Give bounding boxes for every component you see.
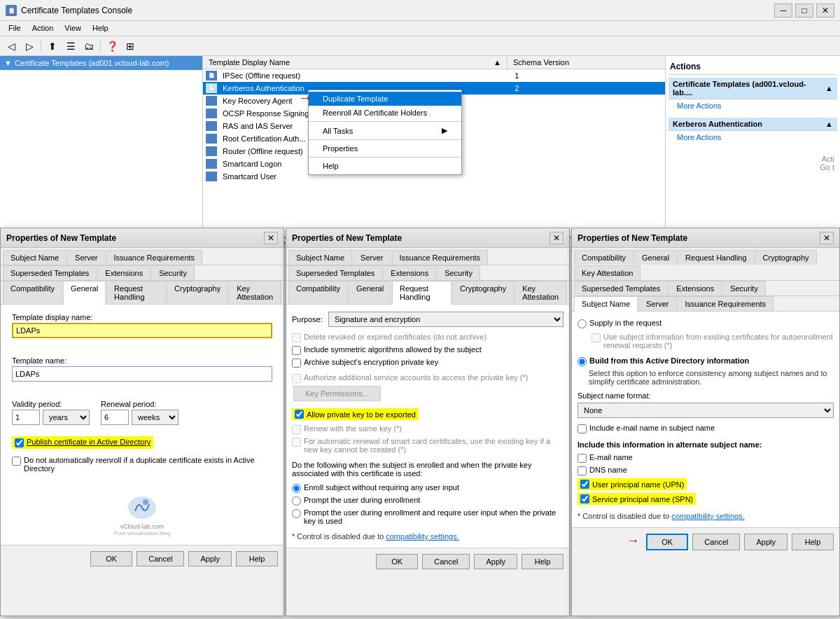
toolbar-forward[interactable]: ▷ (21, 39, 38, 54)
dialog2-close-button[interactable]: ✕ (550, 232, 564, 244)
dialog3-tab-issuance[interactable]: Issuance Requirements (678, 296, 774, 311)
dialog1-ok-button[interactable]: OK (90, 551, 132, 566)
dialog1-tab-server[interactable]: Server (67, 250, 105, 265)
toolbar-show-hide[interactable]: ☰ (62, 39, 79, 54)
menu-view[interactable]: View (59, 22, 87, 34)
dialog2-tab-compatibility[interactable]: Compatibility (288, 281, 348, 304)
renewal-unit-select[interactable]: weeks months (132, 410, 178, 425)
toolbar-extra[interactable]: ⊞ (122, 39, 139, 54)
toolbar-back[interactable]: ◁ (3, 39, 20, 54)
renewal-num-input[interactable] (101, 410, 129, 425)
dialog3-tab-compat[interactable]: Compatibility (574, 250, 634, 265)
dialog1-tab-superseded[interactable]: Superseded Templates (3, 265, 97, 280)
publish-check-label[interactable]: Publish certificate in Active Directory (12, 436, 153, 449)
dialog3-tab-server[interactable]: Server (638, 296, 676, 311)
dialog3-ok-button[interactable]: OK (646, 534, 688, 550)
action-more-actions-2[interactable]: More Actions (668, 131, 837, 144)
close-button[interactable]: ✕ (816, 4, 834, 18)
enroll-opt2-radio[interactable] (292, 496, 301, 506)
dialog2-tab-subject-name[interactable]: Subject Name (288, 250, 352, 265)
ctx-properties[interactable]: Properties (309, 141, 461, 155)
menu-action[interactable]: Action (27, 22, 59, 34)
ctx-all-tasks[interactable]: All Tasks ▶ (309, 123, 461, 138)
dialog3-apply-button[interactable]: Apply (744, 534, 788, 550)
dialog3-tab-request[interactable]: Request Handling (678, 250, 754, 265)
dialog3-tab-subject-name[interactable]: Subject Name (574, 296, 638, 312)
dialog1-tab-request[interactable]: Request Handling (106, 281, 166, 304)
dialog2-help-button[interactable]: Help (522, 554, 564, 569)
dialog2-compat-link[interactable]: compatibility settings. (386, 532, 459, 541)
ctx-duplicate-template[interactable]: Duplicate Template (309, 92, 461, 106)
dialog3-cancel-button[interactable]: Cancel (692, 534, 740, 550)
include-email-subject-checkbox[interactable] (578, 424, 587, 433)
dialog3-help-button[interactable]: Help (792, 534, 834, 550)
include-symmetric-checkbox[interactable] (292, 346, 301, 355)
validity-num-input[interactable] (12, 410, 40, 425)
enroll-opt3-radio[interactable] (292, 509, 301, 518)
dialog2-tab-extensions[interactable]: Extensions (383, 265, 436, 280)
menu-file[interactable]: File (3, 22, 27, 34)
publish-checkbox[interactable] (15, 438, 24, 447)
upn-checkbox[interactable] (580, 480, 589, 489)
dialog1-help-button[interactable]: Help (236, 551, 278, 566)
dialog1-close-button[interactable]: ✕ (264, 232, 278, 244)
email-name-checkbox[interactable] (578, 454, 587, 463)
template-row-ipsec[interactable]: 📄 IPSec (Offline request) 1 (203, 69, 665, 82)
dialog2-tab-key-attestation[interactable]: Key Attestation (514, 281, 567, 304)
dialog3-close-button[interactable]: ✕ (820, 232, 834, 244)
dialog1-tab-key-attestation[interactable]: Key Attestation (229, 281, 281, 304)
dialog3-tab-superseded[interactable]: Superseded Templates (574, 281, 668, 295)
dialog2-tab-superseded[interactable]: Superseded Templates (288, 265, 382, 280)
dialog2-ok-button[interactable]: OK (376, 554, 418, 569)
toolbar-up[interactable]: ⬆ (44, 39, 61, 54)
action-section-kerberos-title[interactable]: Kerberos Authentication ▲ (668, 118, 837, 131)
dns-name-checkbox[interactable] (578, 466, 587, 475)
dialog3-tab-security[interactable]: Security (722, 281, 766, 295)
menu-help[interactable]: Help (87, 22, 114, 34)
dialog3-tab-general[interactable]: General (634, 250, 677, 265)
action-section-cert-title[interactable]: Certificate Templates (ad001.vcloud-lab.… (668, 78, 837, 99)
dialog1-cancel-button[interactable]: Cancel (136, 551, 184, 566)
dialog3-tab-extensions[interactable]: Extensions (668, 281, 722, 295)
action-more-actions-1[interactable]: More Actions (668, 99, 837, 112)
template-name-input[interactable] (12, 366, 272, 382)
display-name-input[interactable] (12, 323, 272, 338)
dialog1-tab-extensions[interactable]: Extensions (97, 265, 150, 280)
validity-unit-select[interactable]: years months weeks (43, 410, 90, 425)
col-header-name[interactable]: Template Display Name ▲ (203, 56, 507, 69)
dialog1-apply-button[interactable]: Apply (188, 551, 232, 566)
dialog3-tab-cryptography[interactable]: Cryptography (755, 250, 817, 265)
dialog1-tab-cryptography[interactable]: Cryptography (167, 281, 228, 304)
maximize-button[interactable]: □ (795, 4, 813, 18)
toolbar-properties[interactable]: 🗂 (80, 39, 97, 54)
minimize-button[interactable]: ─ (774, 4, 792, 18)
dialog2-tab-request[interactable]: Request Handling (392, 281, 451, 305)
dialog1-tab-general[interactable]: General (63, 281, 106, 305)
key-permissions-button[interactable]: Key Permissions... (293, 386, 381, 401)
build-from-ad-radio[interactable] (578, 357, 587, 366)
dialog3-tab-key-att[interactable]: Key Attestation (574, 265, 640, 280)
archive-encryption-checkbox[interactable] (292, 359, 301, 368)
do-not-reenroll-label[interactable]: Do not automatically reenroll if a dupli… (12, 456, 272, 473)
dialog2-apply-button[interactable]: Apply (474, 554, 517, 569)
dialog1-tab-security[interactable]: Security (151, 265, 195, 280)
purpose-select[interactable]: Signature and encryption Signature Encry… (328, 312, 564, 327)
allow-export-checkbox[interactable] (295, 410, 304, 419)
toolbar-help[interactable]: ❓ (104, 39, 120, 54)
dialog1-tab-subject-name[interactable]: Subject Name (3, 250, 66, 265)
dialog2-tab-issuance[interactable]: Issuance Requirements (392, 250, 489, 265)
dialog1-tab-compatibility[interactable]: Compatibility (3, 281, 62, 304)
dialog2-tab-security[interactable]: Security (437, 265, 480, 280)
enroll-opt1-radio[interactable] (292, 484, 301, 493)
ctx-reenroll[interactable]: Reenroll All Certificate Holders (309, 106, 461, 120)
dialog2-tab-general[interactable]: General (349, 281, 391, 304)
subject-name-format-select[interactable]: None Common name Fully distinguished nam… (578, 403, 834, 418)
dialog2-cancel-button[interactable]: Cancel (422, 554, 470, 569)
col-header-version[interactable]: Schema Version (507, 56, 665, 69)
tree-root-label[interactable]: Certificate Templates (ad001.vcloud-lab.… (15, 59, 169, 67)
ctx-help[interactable]: Help (309, 159, 461, 173)
dialog2-tab-cryptography[interactable]: Cryptography (452, 281, 514, 304)
dialog3-compat-link[interactable]: compatibility settings. (671, 512, 745, 520)
spn-checkbox[interactable] (580, 494, 589, 503)
supply-request-radio[interactable] (578, 319, 587, 328)
